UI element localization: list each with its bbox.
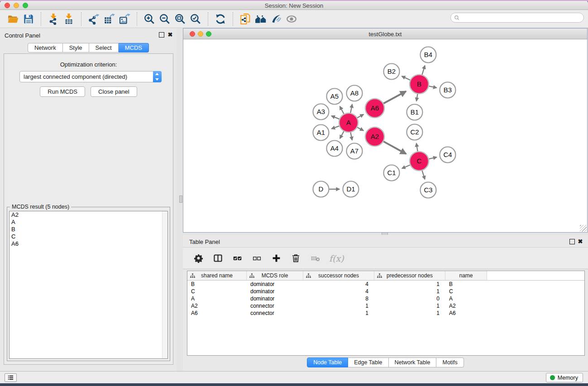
mcds-result-item[interactable]: A2 xyxy=(10,211,167,219)
search-box[interactable] xyxy=(450,13,584,23)
graph-node-A6[interactable]: A6 xyxy=(365,99,384,118)
column-header-shared-name[interactable]: shared name xyxy=(187,271,247,280)
graph-node-C[interactable]: C xyxy=(410,152,429,171)
graph-node-C1[interactable]: C1 xyxy=(384,165,400,181)
graph-edge-C-C2[interactable] xyxy=(416,143,418,152)
graph-edge-A-A7[interactable] xyxy=(350,132,352,140)
criterion-select[interactable]: largest connected component (directed) xyxy=(19,71,162,82)
columns-icon[interactable] xyxy=(212,253,223,264)
table-row[interactable]: Bdominator41B xyxy=(187,281,584,288)
graph-edge-B-B3[interactable] xyxy=(429,86,437,88)
select-all-icon[interactable] xyxy=(232,253,243,264)
graph-edge-B-B1[interactable] xyxy=(416,94,418,101)
graph-edge-B-B4[interactable] xyxy=(422,66,425,75)
column-header-MCDS-role[interactable]: MCDS role xyxy=(247,271,303,280)
tab-select[interactable]: Select xyxy=(89,43,119,52)
graph-node-C3[interactable]: C3 xyxy=(421,182,436,198)
search-input[interactable] xyxy=(460,14,583,22)
memory-button[interactable]: Memory xyxy=(546,373,583,382)
mcds-result-list[interactable]: A2ABCA6 xyxy=(9,211,168,359)
cell-shared_name[interactable]: B xyxy=(187,281,247,288)
graph-node-A1[interactable]: A1 xyxy=(313,125,329,141)
task-history-button[interactable] xyxy=(5,373,17,382)
table-close-panel-icon[interactable]: ✖ xyxy=(578,239,583,244)
cell-mcds_role[interactable]: connector xyxy=(247,310,303,317)
graph-node-A7[interactable]: A7 xyxy=(347,143,363,159)
hide-graphics-details-icon[interactable] xyxy=(268,12,284,26)
close-panel-icon[interactable]: ✖ xyxy=(167,32,173,38)
show-graphics-details-icon[interactable] xyxy=(284,12,299,26)
graph-node-A4[interactable]: A4 xyxy=(327,141,343,157)
cell-predecessor_nodes[interactable]: 1 xyxy=(374,288,445,295)
graph-edge-A-A5[interactable] xyxy=(340,106,344,114)
tab-network[interactable]: Network xyxy=(28,43,63,52)
cell-name[interactable]: A6 xyxy=(445,310,487,317)
new-network-from-file-icon[interactable] xyxy=(238,12,253,26)
table-row[interactable]: A2connector11A2 xyxy=(187,302,584,310)
open-file-icon[interactable] xyxy=(5,12,21,26)
cell-shared_name[interactable]: A6 xyxy=(187,310,247,317)
graph-node-B3[interactable]: B3 xyxy=(440,82,456,98)
cell-successor_nodes[interactable]: 4 xyxy=(303,281,374,288)
graph-node-A5[interactable]: A5 xyxy=(327,89,343,105)
cell-predecessor_nodes[interactable]: 1 xyxy=(374,281,445,288)
network-canvas[interactable]: B4B2BB3A8A5A6B1A3AC2A1A2A4A7C4CC1C3DD1 xyxy=(183,40,587,232)
graph-node-C2[interactable]: C2 xyxy=(407,124,423,140)
cell-successor_nodes[interactable]: 8 xyxy=(303,295,374,302)
mcds-result-item[interactable]: A6 xyxy=(10,240,167,248)
table-row[interactable]: Adominator80A xyxy=(187,295,584,302)
cell-predecessor_nodes[interactable]: 0 xyxy=(374,295,445,302)
graph-edge-A-A6[interactable] xyxy=(357,114,363,118)
cell-name[interactable]: A2 xyxy=(445,302,487,310)
graph-edge-A-A8[interactable] xyxy=(350,104,352,113)
vertical-splitter-grip[interactable] xyxy=(179,195,182,203)
graph-node-B[interactable]: B xyxy=(410,75,429,94)
export-image-icon[interactable] xyxy=(117,12,132,26)
graph-edge-B-B2[interactable] xyxy=(402,76,411,80)
cell-name[interactable]: C xyxy=(445,288,487,295)
graph-edge-A6-B[interactable] xyxy=(383,91,406,104)
zoom-out-icon[interactable] xyxy=(157,12,172,26)
cell-mcds_role[interactable]: dominator xyxy=(247,295,303,302)
export-network-icon[interactable] xyxy=(86,12,101,26)
cell-name[interactable]: B xyxy=(445,281,487,288)
column-header-successor-nodes[interactable]: successor nodes xyxy=(303,271,374,280)
graph-node-D1[interactable]: D1 xyxy=(343,181,359,197)
cell-shared_name[interactable]: C xyxy=(187,288,247,295)
column-header-predecessor-nodes[interactable]: predecessor nodes xyxy=(374,271,445,280)
zoom-fit-icon[interactable] xyxy=(172,12,188,26)
tab-mcds[interactable]: MCDS xyxy=(119,43,149,52)
table-row[interactable]: Cdominator41C xyxy=(187,288,584,295)
cell-shared_name[interactable]: A2 xyxy=(187,302,247,310)
cell-successor_nodes[interactable]: 1 xyxy=(303,310,374,317)
graph-node-A8[interactable]: A8 xyxy=(347,86,363,101)
tab-network-table[interactable]: Network Table xyxy=(389,357,437,367)
add-row-icon[interactable] xyxy=(271,253,282,264)
graph-edge-C-C3[interactable] xyxy=(422,170,425,179)
zoom-selected-icon[interactable] xyxy=(188,12,203,26)
graph-node-B4[interactable]: B4 xyxy=(421,47,436,63)
table-row[interactable]: A6connector11A6 xyxy=(187,310,584,317)
table-float-panel-icon[interactable] xyxy=(569,239,575,244)
graph-edge-A-A4[interactable] xyxy=(340,131,344,138)
cell-mcds_role[interactable]: dominator xyxy=(247,288,303,295)
graph-edge-A-A1[interactable] xyxy=(331,126,339,129)
cell-shared_name[interactable]: A xyxy=(187,295,247,302)
mcds-result-item[interactable]: A xyxy=(10,219,167,226)
close-panel-button[interactable]: Close panel xyxy=(91,86,137,97)
graph-node-B1[interactable]: B1 xyxy=(407,105,423,120)
tab-motifs[interactable]: Motifs xyxy=(436,357,464,367)
tab-node-table[interactable]: Node Table xyxy=(307,357,348,367)
graph-edge-A-A2[interactable] xyxy=(357,127,363,131)
cell-predecessor_nodes[interactable]: 1 xyxy=(374,302,445,310)
save-session-icon[interactable] xyxy=(21,12,36,26)
graph-node-C4[interactable]: C4 xyxy=(440,147,456,163)
export-table-icon[interactable] xyxy=(101,12,117,26)
tab-edge-table[interactable]: Edge Table xyxy=(348,357,388,367)
mcds-list-scrollbar[interactable] xyxy=(162,211,167,358)
column-header-name[interactable]: name xyxy=(445,271,487,280)
cell-mcds_role[interactable]: dominator xyxy=(247,281,303,288)
graph-edge-A2-C[interactable] xyxy=(383,141,406,154)
import-table-icon[interactable] xyxy=(61,12,76,26)
first-neighbors-icon[interactable] xyxy=(253,12,268,26)
